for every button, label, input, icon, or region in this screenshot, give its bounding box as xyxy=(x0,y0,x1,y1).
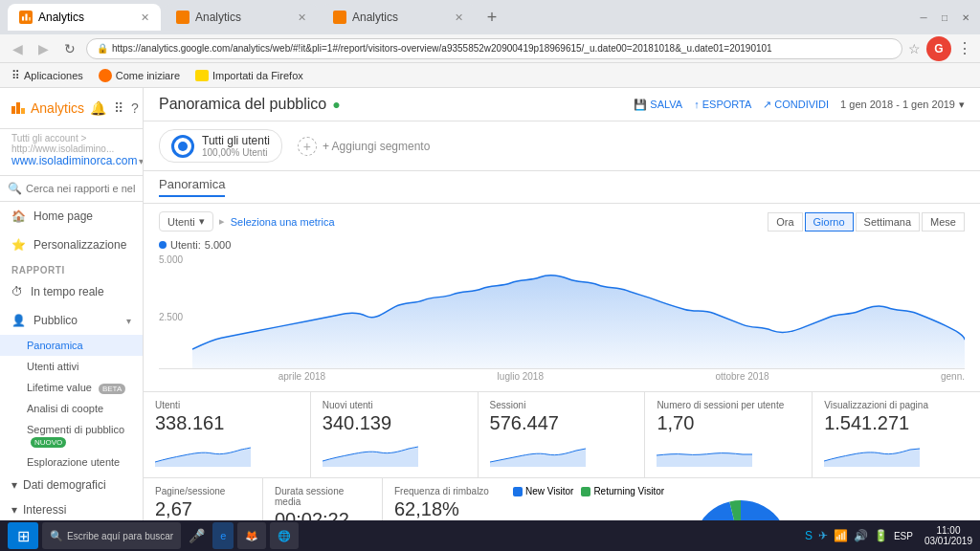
menu-icon[interactable]: ⋮ xyxy=(957,39,972,57)
sidebar-item-personalizzazione[interactable]: ⭐ Personalizzazione xyxy=(0,231,143,259)
sidebar-sub-lifetime[interactable]: Lifetime value BETA xyxy=(0,377,143,398)
time-giorno[interactable]: Giorno xyxy=(805,212,854,231)
taskbar-telegram-icon[interactable]: ✈ xyxy=(818,529,828,542)
tab-icon-2 xyxy=(176,11,189,24)
add-segment-button[interactable]: + + Aggiungi segmento xyxy=(298,137,430,156)
tab-close-2[interactable]: ✕ xyxy=(298,11,306,24)
firefox-icon xyxy=(99,69,112,82)
stat-visualizzazioni: Visualizzazioni di pagina 1.541.271 xyxy=(813,392,980,478)
sidebar-sub-esplorazione[interactable]: Esplorazione utente xyxy=(0,452,143,473)
legend-dot xyxy=(159,241,167,249)
cortana-icon[interactable]: 🎤 xyxy=(189,528,205,543)
sidebar-sub-panoramica[interactable]: Panoramica xyxy=(0,335,143,356)
refresh-button[interactable]: ↻ xyxy=(59,39,80,58)
time-ora[interactable]: Ora xyxy=(768,212,802,231)
stats-grid: Utenti 338.161 Nuovi utenti 340.139 Sess… xyxy=(144,391,980,478)
taskbar-clock: 11:00 03/01/2019 xyxy=(924,525,972,546)
sidebar-item-pubblico[interactable]: 👤 Pubblico ▾ xyxy=(0,306,143,335)
sidebar-item-homepage[interactable]: 🏠 Home page xyxy=(0,202,143,231)
segment-chip[interactable]: Tutti gli utenti 100,00% Utenti xyxy=(159,129,282,163)
search-bar[interactable]: 🔍 xyxy=(0,176,143,202)
save-icon: 💾 xyxy=(634,99,647,111)
taskbar-browser[interactable]: e xyxy=(212,522,234,549)
time-settimana[interactable]: Settimana xyxy=(856,212,921,231)
verified-icon: ● xyxy=(332,97,340,112)
mini-chart-views xyxy=(824,438,920,467)
new-tab-button[interactable]: + xyxy=(479,4,505,31)
search-input[interactable] xyxy=(26,183,135,194)
minimize-button[interactable]: ─ xyxy=(917,11,930,24)
chart-svg xyxy=(192,254,965,368)
segment-info: Tutti gli utenti 100,00% Utenti xyxy=(202,134,270,158)
tab-close-1[interactable]: ✕ xyxy=(141,11,149,24)
address-bar[interactable]: 🔒 https://analytics.google.com/analytics… xyxy=(86,38,902,59)
search-taskbar[interactable]: 🔍 Escribe aquí para buscar xyxy=(42,522,181,549)
stat-utenti: Utenti 338.161 xyxy=(144,392,311,478)
date-dropdown-icon: ▾ xyxy=(959,99,965,111)
analytics-logo xyxy=(11,102,25,114)
sidebar-item-realtime[interactable]: ⏱ In tempo reale xyxy=(0,277,143,306)
taskbar-skype-icon[interactable]: S xyxy=(805,529,813,542)
save-action[interactable]: 💾 SALVA xyxy=(634,99,682,111)
rapporti-label: RAPPORTI xyxy=(0,259,143,277)
legend-new-visitor: New Visitor xyxy=(513,486,573,496)
header-actions: 💾 SALVA ↑ ESPORTA ↗ CONDIVIDI xyxy=(634,99,829,111)
maximize-button[interactable]: □ xyxy=(938,11,951,24)
tab-label-3: Analytics xyxy=(352,11,398,24)
taskbar-chrome[interactable]: 🌐 xyxy=(270,522,299,549)
export-action[interactable]: ↑ ESPORTA xyxy=(694,99,751,110)
browser-chrome: Analytics ✕ Analytics ✕ Analytics ✕ + ─ … xyxy=(0,0,980,34)
select-metric-link[interactable]: Seleziona una metrica xyxy=(231,216,335,228)
tab-1[interactable]: Analytics ✕ xyxy=(8,4,161,31)
clock-icon: ⏱ xyxy=(11,285,23,298)
chart-label-5000: 5.000 xyxy=(159,254,183,265)
stat-sessioni-per-utente: Numero di sessioni per utente 1,70 xyxy=(645,392,813,478)
chart-label-2500: 2.500 xyxy=(159,312,183,322)
app-shell: Analytics 🔔 ⠿ ? G Tutti gli account > ht… xyxy=(0,88,980,551)
bookmark-apps[interactable]: ⠿ Aplicaciones xyxy=(11,69,83,82)
sidebar-sub-utenti-attivi[interactable]: Utenti attivi xyxy=(0,356,143,377)
start-button[interactable]: ⊞ xyxy=(8,522,38,549)
sidebar-header: Analytics 🔔 ⠿ ? G xyxy=(0,88,143,129)
tab-close-3[interactable]: ✕ xyxy=(455,11,463,24)
chart-section: Utenti ▾ ▸ Seleziona una metrica Ora Gio… xyxy=(144,204,980,391)
sidebar-sub-coorti[interactable]: Analisi di coорte xyxy=(0,398,143,419)
taskbar-battery-icon[interactable]: 🔋 xyxy=(874,529,888,542)
back-button[interactable]: ◀ xyxy=(8,39,28,58)
demographics-icon: ▾ xyxy=(11,478,17,492)
taskbar: ⊞ 🔍 Escribe aquí para buscar 🎤 e 🦊 🌐 S ✈… xyxy=(0,520,980,551)
bookmarks-bar: ⠿ Aplicaciones Come iniziare Importati d… xyxy=(0,63,980,88)
collapse-icon[interactable]: ▾ xyxy=(126,316,131,326)
star-icon[interactable]: ☆ xyxy=(908,41,921,56)
folder-icon xyxy=(195,70,209,81)
help-icon[interactable]: ? xyxy=(131,100,139,116)
segment-circle xyxy=(171,135,194,158)
taskbar-wifi-icon[interactable]: 📶 xyxy=(834,529,848,542)
mini-chart-nuovi xyxy=(323,438,418,467)
chart-controls: Utenti ▾ ▸ Seleziona una metrica Ora Gio… xyxy=(159,211,965,231)
sidebar-item-interessi[interactable]: ▾ Interessi xyxy=(0,497,143,522)
segment-inner xyxy=(178,142,188,151)
taskbar-firefox[interactable]: 🦊 xyxy=(237,522,266,549)
date-range[interactable]: 1 gen 2018 - 1 gen 2019 ▾ xyxy=(840,99,965,111)
tab-icon-1 xyxy=(19,11,33,24)
close-button[interactable]: ✕ xyxy=(959,11,972,24)
sidebar-sub-segmenti[interactable]: Segmenti di pubblico NUOVO xyxy=(0,419,143,452)
tab-3[interactable]: Analytics ✕ xyxy=(322,4,475,31)
panoramica-label[interactable]: Panoramica xyxy=(159,177,225,197)
stat-sessioni: Sessioni 576.447 xyxy=(479,392,646,478)
share-action[interactable]: ↗ CONDIVIDI xyxy=(763,99,829,111)
bookmark-come-iniziare[interactable]: Come iniziare xyxy=(99,69,180,82)
bookmark-importati[interactable]: Importati da Firefox xyxy=(195,70,303,81)
metric-button[interactable]: Utenti ▾ xyxy=(159,211,213,231)
bell-icon[interactable]: 🔔 xyxy=(90,100,106,116)
site-selector[interactable]: Tutti gli account > http://www.isoladimi… xyxy=(0,129,143,176)
tab-2[interactable]: Analytics ✕ xyxy=(165,4,318,31)
time-mese[interactable]: Mese xyxy=(922,212,965,231)
taskbar-volume-icon[interactable]: 🔊 xyxy=(854,529,868,542)
grid-icon[interactable]: ⠿ xyxy=(114,100,123,116)
user-avatar[interactable]: G xyxy=(926,36,951,61)
nav-icons: ☆ G ⋮ xyxy=(908,36,972,61)
sidebar-item-demografici[interactable]: ▾ Dati demografici xyxy=(0,473,143,497)
forward-button[interactable]: ▶ xyxy=(33,39,54,58)
